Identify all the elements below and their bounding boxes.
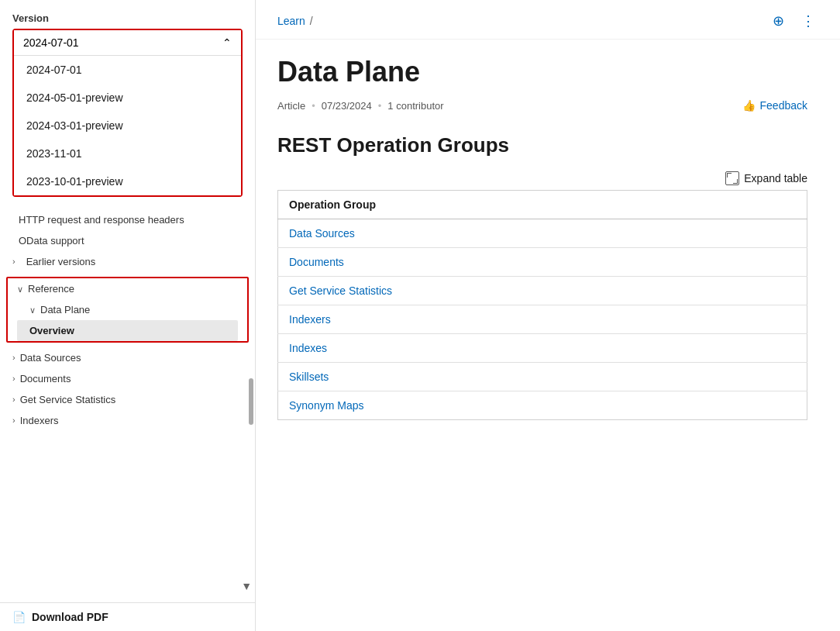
- feedback-button[interactable]: 👍 Feedback: [742, 99, 807, 112]
- version-option-1[interactable]: 2024-05-01-preview: [14, 84, 241, 112]
- nav-item-documents-label: Documents: [20, 373, 71, 384]
- article-meta: Article • 07/23/2024 • 1 contributor 👍 F…: [277, 99, 807, 112]
- table-row: Documents: [278, 248, 807, 277]
- meta-dot-1: •: [312, 100, 315, 112]
- scroll-down-arrow[interactable]: ▼: [241, 580, 252, 592]
- chevron-right-icon-documents: ›: [12, 374, 15, 383]
- table-header-operation-group: Operation Group: [278, 191, 807, 219]
- version-option-0[interactable]: 2024-07-01: [14, 56, 241, 84]
- section-title: REST Operation Groups: [277, 133, 807, 157]
- selected-version-text: 2024-07-01: [23, 36, 79, 49]
- breadcrumb-separator: /: [310, 15, 313, 27]
- table-row: Data Sources: [278, 219, 807, 248]
- chevron-down-icon-reference: ∨: [17, 284, 23, 295]
- download-pdf-label: Download PDF: [32, 611, 108, 623]
- article-contributors: 1 contributor: [387, 100, 443, 112]
- nav-item-odata[interactable]: OData support: [0, 230, 255, 251]
- version-section: Version 2024-07-01 ⌃ 2024-07-01 2024-05-…: [0, 12, 255, 203]
- overview-label: Overview: [29, 325, 74, 336]
- table-row: Indexers: [278, 305, 807, 334]
- meta-dot-2: •: [378, 100, 382, 112]
- article-type: Article: [277, 100, 305, 112]
- breadcrumb-learn-link[interactable]: Learn: [277, 15, 305, 27]
- main-content: Learn / ⊕ ⋮ Data Plane Article • 07/23/2…: [256, 0, 840, 631]
- breadcrumb-actions: ⊕ ⋮: [769, 11, 818, 31]
- nav-item-get-service-stats[interactable]: › Get Service Statistics: [0, 389, 255, 410]
- nav-item-data-sources[interactable]: › Data Sources: [0, 347, 255, 368]
- nav-item-data-plane[interactable]: ∨ Data Plane: [8, 299, 247, 320]
- chevron-up-icon: ⌃: [222, 36, 232, 49]
- table-link-data-sources[interactable]: Data Sources: [289, 227, 355, 240]
- chevron-down-icon-dataplane: ∨: [29, 305, 36, 316]
- nav-item-indexers-label: Indexers: [20, 415, 59, 426]
- reference-label: Reference: [28, 283, 74, 295]
- nav-item-data-sources-label: Data Sources: [20, 352, 81, 364]
- table-link-get-service-statistics[interactable]: Get Service Statistics: [289, 284, 392, 297]
- sidebar-nav: HTTP request and response headers OData …: [0, 203, 255, 602]
- table-row: Synonym Maps: [278, 391, 807, 420]
- version-option-3[interactable]: 2023-11-01: [14, 140, 241, 167]
- version-dropdown-menu: 2024-07-01 2024-05-01-preview 2024-03-01…: [14, 55, 241, 195]
- version-label: Version: [12, 12, 243, 24]
- pdf-icon: 📄: [12, 611, 26, 623]
- table-link-documents[interactable]: Documents: [289, 256, 344, 268]
- nav-item-overview-active[interactable]: Overview: [17, 320, 238, 341]
- nav-item-earlier-label: Earlier versions: [26, 256, 96, 267]
- nav-item-indexers[interactable]: › Indexers: [0, 410, 255, 431]
- nav-item-http-headers-label: HTTP request and response headers: [19, 214, 184, 226]
- table-link-indexes[interactable]: Indexes: [289, 342, 327, 354]
- nav-item-documents[interactable]: › Documents: [0, 368, 255, 389]
- nav-item-earlier-versions[interactable]: › Earlier versions: [0, 251, 255, 272]
- expand-icon: [725, 171, 739, 185]
- feedback-label: Feedback: [760, 99, 807, 112]
- sidebar: Version 2024-07-01 ⌃ 2024-07-01 2024-05-…: [0, 0, 256, 631]
- reference-section-box: ∨ Reference ∨ Data Plane Overview: [6, 277, 249, 343]
- add-action-button[interactable]: ⊕: [769, 11, 787, 31]
- breadcrumb: Learn /: [277, 15, 313, 27]
- breadcrumb-bar: Learn / ⊕ ⋮: [256, 0, 840, 40]
- chevron-right-icon-datasources: ›: [12, 353, 15, 362]
- data-plane-label: Data Plane: [40, 304, 90, 316]
- rest-operations-table: Operation Group Data Sources Documents G…: [277, 190, 807, 420]
- expand-table-row: Expand table: [277, 171, 807, 185]
- thumbs-up-icon: 👍: [742, 99, 756, 112]
- version-dropdown-container: 2024-07-01 ⌃ 2024-07-01 2024-05-01-previ…: [12, 29, 243, 197]
- nav-item-reference[interactable]: ∨ Reference: [8, 278, 247, 299]
- chevron-right-icon-indexers: ›: [12, 415, 15, 425]
- table-row: Indexes: [278, 334, 807, 363]
- table-row: Skillsets: [278, 363, 807, 391]
- article-title: Data Plane: [277, 55, 807, 88]
- table-link-skillsets[interactable]: Skillsets: [289, 371, 329, 383]
- article-date: 07/23/2024: [322, 100, 372, 112]
- expand-table-button[interactable]: Expand table: [725, 171, 807, 185]
- nav-item-http-headers[interactable]: HTTP request and response headers: [0, 209, 255, 230]
- version-select-button[interactable]: 2024-07-01 ⌃: [14, 30, 241, 55]
- more-options-button[interactable]: ⋮: [798, 11, 818, 31]
- expand-table-label: Expand table: [744, 172, 807, 184]
- article-body: Data Plane Article • 07/23/2024 • 1 cont…: [256, 40, 829, 451]
- chevron-right-icon-stats: ›: [12, 395, 15, 404]
- table-link-synonym-maps[interactable]: Synonym Maps: [289, 399, 363, 412]
- download-pdf-button[interactable]: 📄 Download PDF: [0, 602, 255, 631]
- scrollbar-indicator[interactable]: [249, 378, 253, 425]
- table-link-indexers[interactable]: Indexers: [289, 313, 331, 326]
- version-option-4[interactable]: 2023-10-01-preview: [14, 167, 241, 195]
- version-option-2[interactable]: 2024-03-01-preview: [14, 112, 241, 140]
- nav-item-odata-label: OData support: [19, 235, 84, 247]
- chevron-right-icon-earlier: ›: [12, 257, 15, 266]
- table-row: Get Service Statistics: [278, 277, 807, 305]
- nav-item-get-service-stats-label: Get Service Statistics: [20, 394, 116, 405]
